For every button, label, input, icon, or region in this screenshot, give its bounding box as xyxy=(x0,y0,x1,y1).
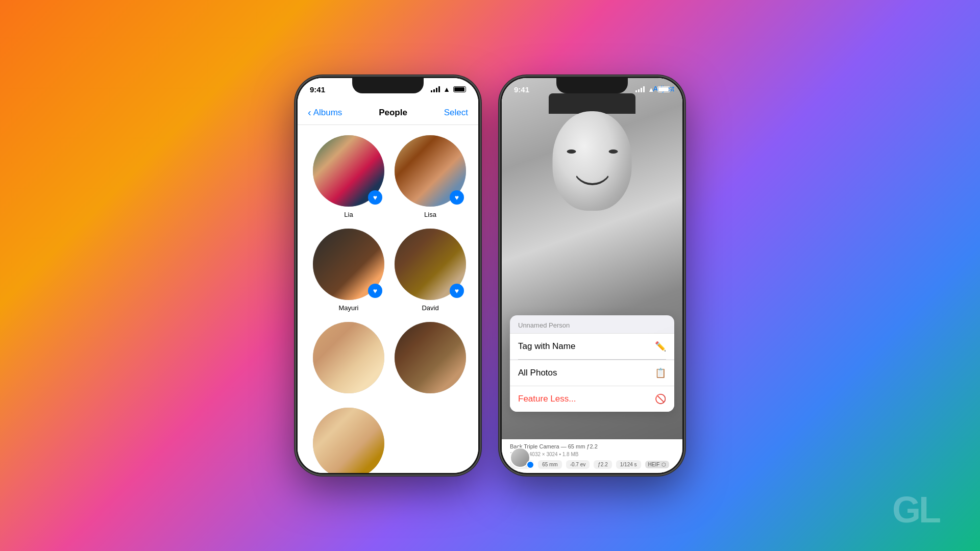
lia-name: Lia xyxy=(344,211,353,218)
all-photos-icon: 📋 xyxy=(655,367,666,379)
person-lia-avatar: ♥ xyxy=(313,135,384,207)
signal-icon xyxy=(431,86,440,92)
photo-specs: 12 MP • 4032 × 3024 • 1.8 MB xyxy=(510,452,674,457)
person-lia[interactable]: ♥ Lia xyxy=(313,135,384,218)
exif-aperture: ƒ2.2 xyxy=(594,460,611,469)
feature-less-label: Feature Less... xyxy=(518,394,576,404)
lisa-heart-badge: ♥ xyxy=(450,190,464,205)
exif-row: ISO 20 65 mm -0.7 ev ƒ2.2 1/124 s HEIF ⬡ xyxy=(510,460,674,469)
phone1-notch xyxy=(352,78,424,93)
person-mayuri-avatar: ♥ xyxy=(313,229,384,300)
gl-logo: GL xyxy=(892,489,939,531)
phone2-screen: 9:41 ▲ xyxy=(502,78,682,473)
person-mayuri[interactable]: ♥ Mayuri xyxy=(313,229,384,312)
eyes xyxy=(567,149,618,154)
context-menu-header: Unnamed Person xyxy=(510,315,674,333)
face-illustration xyxy=(536,93,648,231)
tag-edit-icon: ✏️ xyxy=(655,341,666,352)
camera-info: Back Triple Camera — 65 mm ƒ2.2 xyxy=(510,443,674,449)
smile xyxy=(572,165,612,185)
mayuri-name: Mayuri xyxy=(338,304,358,312)
wifi-icon: ▲ xyxy=(443,85,450,93)
phone1-screen: 9:41 ▲ ‹ Albums People Sel xyxy=(298,78,478,473)
exif-focal: 65 mm xyxy=(538,460,562,469)
back-button[interactable]: ‹ Albums xyxy=(308,107,342,118)
phone2-wifi-icon: ▲ xyxy=(648,86,654,93)
exif-shutter: 1/124 s xyxy=(616,460,641,469)
person-7[interactable] xyxy=(313,408,384,473)
person-6-avatar xyxy=(395,322,466,393)
phone2-time: 9:41 xyxy=(514,85,529,94)
bw-photo: 9:41 ▲ xyxy=(502,78,682,473)
all-photos-item[interactable]: All Photos 📋 xyxy=(510,360,674,386)
phone2-status-icons: ▲ xyxy=(635,86,670,93)
mayuri-heart-badge: ♥ xyxy=(368,284,382,298)
phones-container: 9:41 ▲ ‹ Albums People Sel xyxy=(0,0,980,551)
small-avatar-badge xyxy=(526,461,534,469)
phone1-navbar: ‹ Albums People Select xyxy=(298,101,478,125)
phone2-status-bar: 9:41 ▲ xyxy=(502,78,682,101)
select-button[interactable]: Select xyxy=(444,108,468,118)
p6-photo xyxy=(395,322,466,393)
right-eye xyxy=(608,149,618,154)
phone1-status-icons: ▲ xyxy=(431,85,466,93)
person-lisa[interactable]: ♥ Lisa xyxy=(395,135,466,218)
feature-less-item[interactable]: Feature Less... 🚫 xyxy=(510,386,674,412)
battery-icon xyxy=(453,86,466,92)
cube-icon: ⬡ xyxy=(662,462,666,467)
phone2-signal-icon xyxy=(635,86,645,92)
p7-photo xyxy=(313,408,384,473)
person-5[interactable] xyxy=(313,322,384,397)
phone-2: 9:41 ▲ xyxy=(500,77,684,474)
context-menu: Unnamed Person Tag with Name ✏️ All Phot… xyxy=(510,315,674,412)
feature-less-icon: 🚫 xyxy=(655,393,666,405)
heif-badge: HEIF ⬡ xyxy=(645,461,670,468)
lisa-name: Lisa xyxy=(424,211,436,218)
tag-with-name-label: Tag with Name xyxy=(518,341,575,352)
people-grid: ♥ Lia ♥ Lisa ♥ Mayuri xyxy=(298,125,478,473)
lia-heart-badge: ♥ xyxy=(368,190,382,205)
p5-photo xyxy=(313,322,384,393)
phone2-battery-icon xyxy=(657,86,670,92)
tag-with-name-item[interactable]: Tag with Name ✏️ xyxy=(510,333,674,359)
person-david-avatar: ♥ xyxy=(395,229,466,300)
exif-ev: -0.7 ev xyxy=(566,460,590,469)
person-5-avatar xyxy=(313,322,384,393)
phone1-time: 9:41 xyxy=(310,85,325,94)
heif-label: HEIF xyxy=(648,462,660,467)
all-photos-label: All Photos xyxy=(518,368,557,378)
left-eye xyxy=(567,149,576,154)
face xyxy=(553,111,632,211)
david-name: David xyxy=(422,304,438,312)
back-label: Albums xyxy=(313,108,342,118)
person-lisa-avatar: ♥ xyxy=(395,135,466,207)
person-david[interactable]: ♥ David xyxy=(395,229,466,312)
david-heart-badge: ♥ xyxy=(450,284,464,298)
person-6[interactable] xyxy=(395,322,466,397)
back-arrow-icon: ‹ xyxy=(308,107,311,118)
page-title: People xyxy=(379,108,407,118)
person-7-avatar xyxy=(313,408,384,473)
phone-1: 9:41 ▲ ‹ Albums People Sel xyxy=(296,77,480,474)
